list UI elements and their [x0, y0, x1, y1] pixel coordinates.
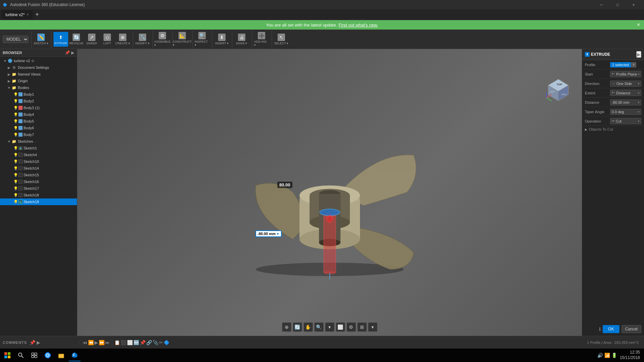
assemble-button[interactable]: ⚙ ASSEMBLE ▾ [155, 32, 170, 47]
new-tab-button[interactable]: + [33, 11, 42, 18]
direction-dropdown[interactable]: → One Side ▾ [610, 81, 641, 87]
modify-button[interactable]: 🔧 MODIFY ▾ [135, 32, 150, 47]
tree-item-sketch10[interactable]: 💡 Sketch10 [0, 158, 77, 165]
minimize-button[interactable]: ─ [594, 0, 609, 9]
tool3-button[interactable]: ⬜ [127, 340, 133, 345]
select-button[interactable]: ↖ SELECT ▾ [274, 32, 289, 47]
extent-dropdown[interactable]: ⊢ Distance ▾ [610, 90, 641, 96]
tree-item-sketches[interactable]: ▼ 📁 Sketches ... [0, 138, 77, 145]
active-tab[interactable]: turbine v2* × [1, 10, 33, 19]
playback-play-button[interactable]: ▶ [94, 340, 98, 345]
playback-prev-button[interactable]: ⏪ [88, 340, 94, 345]
edge-taskbar-icon[interactable] [42, 349, 54, 361]
insert-button[interactable]: ⬇ INSERT ▾ [214, 32, 229, 47]
ok-button[interactable]: OK [603, 325, 619, 333]
grid-button[interactable]: ⊞ [357, 322, 367, 332]
grid-dropdown[interactable]: ▾ [368, 322, 377, 332]
playback-next-button[interactable]: ⏩ [99, 340, 105, 345]
banner-close-button[interactable]: × [637, 22, 640, 28]
start-dropdown[interactable]: ⊢ Profile Plane ▾ [610, 71, 641, 77]
create-dropdown[interactable]: ⊕ CREATE ▾ [115, 32, 130, 47]
tree-item-sketch14[interactable]: 💡 Sketch14 [0, 165, 77, 172]
sketch19-visibility[interactable]: 💡 [13, 200, 18, 204]
browser-expand-button[interactable]: ▶ [71, 50, 74, 55]
orbit-button[interactable]: 🔄 [293, 322, 302, 332]
maximize-button[interactable]: □ [610, 0, 625, 9]
tree-item-sketch1[interactable]: 💡 ▦ Sketch1 [0, 145, 77, 151]
banner-link[interactable]: Find out what's new. [338, 22, 378, 28]
browser-pin-button[interactable]: 📌 [65, 50, 70, 55]
body4-visibility[interactable]: 💡 [13, 112, 18, 117]
playback-end-button[interactable]: ⏭ [105, 340, 110, 345]
sketch4-visibility[interactable]: 💡 [13, 153, 18, 157]
pan-button[interactable]: ✋ [304, 322, 313, 332]
sketch16-visibility[interactable]: 💡 [13, 180, 18, 184]
cancel-button[interactable]: Cancel [621, 325, 641, 333]
tree-item-body5[interactable]: 💡 Body5 [0, 118, 77, 125]
tool4-button[interactable]: 🔤 [133, 340, 139, 345]
tree-item-named-views[interactable]: ▶ 📁 Named Views [0, 71, 77, 78]
windows-start-button[interactable] [1, 349, 13, 361]
view-style-button[interactable]: ⬜ [336, 322, 345, 332]
make-button[interactable]: 🖨 MAKE ▾ [234, 32, 249, 47]
sweep-button[interactable]: ↗ SWEEP [84, 32, 99, 47]
file-explorer-taskbar-icon[interactable] [55, 349, 67, 361]
inspect-button[interactable]: 🔍 INSPECT ▾ [195, 32, 209, 47]
tree-item-body3[interactable]: 💡 Body3 (1) [0, 104, 77, 111]
sketch10-visibility[interactable]: 💡 [13, 160, 18, 164]
tool7-button[interactable]: 📎 [153, 340, 158, 345]
sketch18-visibility[interactable]: 💡 [13, 193, 18, 197]
sketch15-visibility[interactable]: 💡 [13, 173, 18, 177]
root-arrow[interactable]: ▼ [3, 59, 7, 63]
view-cube[interactable]: TOP LEFT FRO [545, 76, 572, 103]
sketches-arrow[interactable]: ▼ [7, 140, 11, 143]
revolve-button[interactable]: 🔄 REVOLVE [69, 32, 84, 47]
tree-item-body6[interactable]: 💡 Body6 [0, 125, 77, 131]
search-taskbar-button[interactable] [15, 349, 27, 361]
tree-item-body2[interactable]: 💡 Body2 [0, 98, 77, 104]
tree-item-sketch19[interactable]: 💡 ▦ Sketch19 [0, 198, 77, 205]
body6-visibility[interactable]: 💡 [13, 126, 18, 130]
sketch1-visibility[interactable]: 💡 [13, 146, 18, 150]
fit-view-button[interactable]: ⊕ [282, 322, 291, 332]
comments-expand-button[interactable]: ▶ [37, 340, 40, 345]
display-button[interactable]: ⚙ [347, 322, 356, 332]
tree-item-sketch15[interactable]: 💡 Sketch15 [0, 172, 77, 178]
tab-close-button[interactable]: × [27, 13, 29, 16]
distance-input[interactable]: -80.00 mm ▾ [610, 99, 641, 105]
info-button[interactable]: ℹ [599, 325, 601, 333]
tool8-button[interactable]: ✏ [159, 340, 163, 345]
model-selector[interactable]: MODEL [3, 36, 29, 43]
extrude-button[interactable]: ⬆ EXTRUDE [53, 32, 68, 47]
measure-dropdown-icon[interactable]: ▼ [276, 232, 280, 236]
body2-visibility[interactable]: 💡 [13, 99, 18, 103]
doc-settings-arrow[interactable]: ▶ [7, 66, 11, 70]
tool9-button[interactable]: 🔷 [164, 340, 169, 345]
tree-item-sketch17[interactable]: 💡 Sketch17 [0, 185, 77, 192]
tool6-button[interactable]: 🔗 [146, 340, 152, 345]
loft-button[interactable]: ◇ LOFT [100, 32, 115, 47]
tool2-button[interactable]: ⬛ [121, 340, 126, 345]
panel-expand-button[interactable]: ▶ [636, 51, 641, 58]
measure-input[interactable]: -80.00 mm ▼ [255, 230, 282, 237]
origin-arrow[interactable]: ▶ [7, 79, 11, 83]
tree-item-origin[interactable]: ▶ 📁 Origin [0, 78, 77, 84]
zoom-button[interactable]: 🔍 [314, 322, 324, 332]
tree-item-document-settings[interactable]: ▶ ⚙ Document Settings [0, 64, 77, 71]
task-view-button[interactable] [28, 349, 40, 361]
objects-to-cut-row[interactable]: ▶ Objects To Cut [582, 126, 644, 133]
tree-item-body4[interactable]: 💡 Body4 [0, 111, 77, 118]
body7-visibility[interactable]: 💡 [13, 133, 18, 137]
body5-visibility[interactable]: 💡 [13, 119, 18, 124]
sketch17-visibility[interactable]: 💡 [13, 186, 18, 191]
tree-item-body7[interactable]: 💡 Body7 [0, 131, 77, 138]
tree-item-bodies[interactable]: ▼ 📁 Bodies [0, 84, 77, 91]
tree-item-sketch18[interactable]: 💡 Sketch18 [0, 192, 77, 198]
tree-item-body1[interactable]: 💡 Body1 [0, 91, 77, 98]
viewport[interactable]: 80.00 -80.00 mm ▼ TOP LEFT FRO [77, 49, 582, 336]
tool1-button[interactable]: 📋 [114, 340, 120, 345]
close-button[interactable]: × [626, 0, 641, 9]
profile-selected-button[interactable]: 1 selected [610, 62, 631, 67]
body3-visibility[interactable]: 💡 [13, 106, 18, 110]
comments-pin-button[interactable]: 📌 [30, 340, 35, 345]
